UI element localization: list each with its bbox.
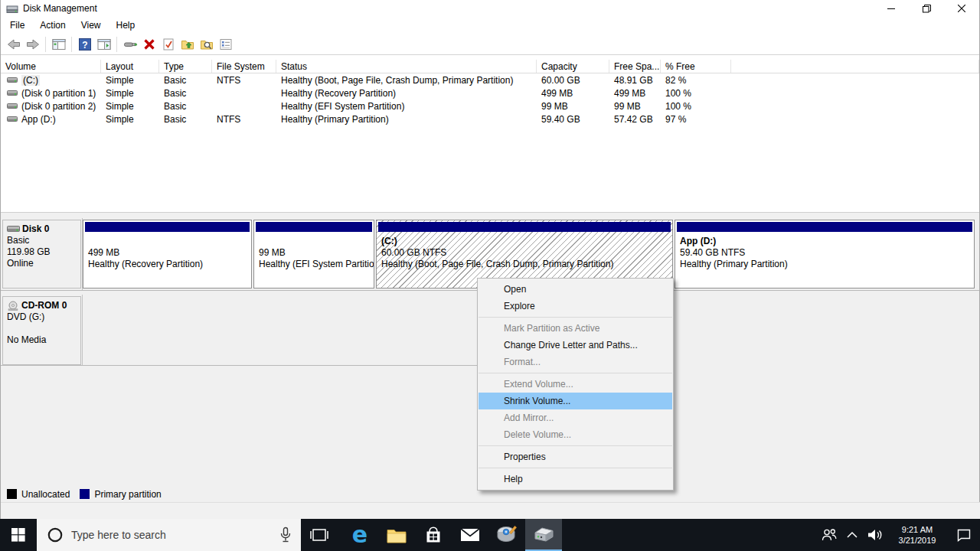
volume-icon [7,103,18,109]
partition-size: 99 MB [259,247,374,259]
volume-name: App (D:) [21,114,56,125]
clock-time: 9:21 AM [893,524,942,535]
cell-layout: Simple [101,101,159,112]
pane-splitter[interactable] [1,212,979,217]
edge-icon: e [352,523,368,546]
taskbar-app-mail[interactable] [452,519,488,551]
start-button[interactable] [0,519,37,551]
partition-efi[interactable]: 99 MB Healthy (EFI System Partition) [253,220,374,289]
disk-icon [7,225,20,233]
menu-item-help[interactable]: Help [479,471,672,487]
show-action-pane-icon[interactable] [94,35,113,54]
help-icon[interactable]: ? [75,35,94,54]
people-icon[interactable] [818,527,841,543]
cdrom-media: DVD (G:) [7,311,80,323]
speaker-icon[interactable] [864,528,887,542]
partition-d[interactable]: App (D:) 59.40 GB NTFS Healthy (Primary … [675,220,975,289]
close-button[interactable] [944,0,979,17]
menu-action[interactable]: Action [32,18,73,33]
col-type[interactable]: Type [159,60,212,73]
cell-status: Healthy (Boot, Page File, Crash Dump, Pr… [276,75,537,86]
disk-management-icon [532,525,555,545]
menu-item-explore[interactable]: Explore [479,298,672,315]
cell-status: Healthy (Recovery Partition) [276,88,537,99]
open-folder-icon[interactable] [178,35,197,54]
disk0-header[interactable]: Disk 0 Basic 119.98 GB Online [2,220,81,289]
table-row[interactable]: (C:) Simple Basic NTFS Healthy (Boot, Pa… [1,73,979,86]
volume-icon [7,77,18,83]
table-row[interactable]: (Disk 0 partition 2) Simple Basic Health… [1,99,979,112]
menu-item-mark-partition-active: Mark Partition as Active [479,320,672,337]
menubar: File Action View Help [1,17,979,34]
menu-item-properties[interactable]: Properties [479,448,672,465]
menu-separator [479,468,672,468]
menu-help[interactable]: Help [109,18,143,33]
app-icon [6,2,18,15]
col-status[interactable]: Status [276,60,537,73]
mark-partition-check-icon[interactable] [158,35,178,54]
partition-name: App (D:) [680,236,974,247]
cell-fs: NTFS [212,114,276,125]
disk0-size: 119.98 GB [7,246,80,258]
toolbar-separator [116,37,117,52]
update-tool-icon[interactable] [120,35,139,54]
forward-icon[interactable] [23,35,42,54]
restore-button[interactable] [909,0,944,17]
taskbar-search-box[interactable] [37,519,301,551]
windows-logo-icon [11,528,25,542]
minimize-button[interactable] [874,0,909,17]
cell-layout: Simple [101,88,159,99]
delete-volume-icon[interactable] [139,35,158,54]
menu-item-format: Format... [479,354,672,370]
disk0-status: Online [7,258,80,269]
window-title: Disk Management [23,3,97,14]
cell-capacity: 99 MB [537,101,609,112]
table-row[interactable]: App (D:) Simple Basic NTFS Healthy (Prim… [1,112,979,126]
cell-free: 48.91 GB [609,75,661,86]
window-bottom-strip [1,502,980,519]
properties-list-icon[interactable] [216,35,235,54]
partition-status: Healthy (Recovery Partition) [88,259,251,270]
task-view-button[interactable] [301,519,338,551]
taskbar-app-disk-utility[interactable] [488,519,525,551]
taskbar-app-edge[interactable]: e [341,519,378,551]
show-console-tree-icon[interactable] [49,35,68,54]
menu-item-add-mirror: Add Mirror... [479,409,672,426]
table-row[interactable]: (Disk 0 partition 1) Simple Basic Health… [1,86,979,99]
col-capacity[interactable]: Capacity [537,60,609,73]
menu-item-change-drive-letter[interactable]: Change Drive Letter and Paths... [479,337,672,354]
cdrom-header[interactable]: CD-ROM 0 DVD (G:) No Media [2,296,81,365]
disk-utility-icon [496,525,518,545]
microphone-icon[interactable] [279,527,292,543]
col-layout[interactable]: Layout [101,60,159,73]
disk0-name: Disk 0 [22,223,49,235]
col-file-system[interactable]: File System [212,60,276,73]
menu-item-open[interactable]: Open [479,281,672,298]
action-center-icon[interactable] [948,527,980,543]
legend-unallocated-swatch [7,489,17,499]
search-input[interactable] [71,529,279,541]
col-free-space[interactable]: Free Spa... [609,60,661,73]
primary-partition-stripe [677,222,972,232]
partition-name: (C:) [381,236,672,247]
taskbar-clock[interactable]: 9:21 AM 3/21/2019 [893,524,942,546]
chevron-up-icon[interactable] [841,531,864,539]
cell-capacity: 499 MB [537,88,609,99]
cdrom-name: CD-ROM 0 [21,300,67,311]
cell-free: 57.42 GB [609,114,661,125]
cdrom-status: No Media [7,334,80,346]
explore-folder-icon[interactable] [197,35,216,54]
menu-view[interactable]: View [74,18,109,33]
col-pct-free[interactable]: % Free [661,60,731,73]
col-volume[interactable]: Volume [1,60,101,73]
cell-capacity: 60.00 GB [537,75,609,86]
menu-item-shrink-volume[interactable]: Shrink Volume... [479,393,672,409]
menu-file[interactable]: File [2,18,32,33]
partition-recovery[interactable]: 499 MB Healthy (Recovery Partition) [83,220,252,289]
primary-partition-stripe [378,222,671,232]
taskbar-app-store[interactable] [415,519,452,551]
taskbar-app-disk-management-active[interactable] [525,519,562,551]
clock-date: 3/21/2019 [893,535,942,546]
back-icon[interactable] [4,35,23,54]
taskbar-app-file-explorer[interactable] [378,519,415,551]
